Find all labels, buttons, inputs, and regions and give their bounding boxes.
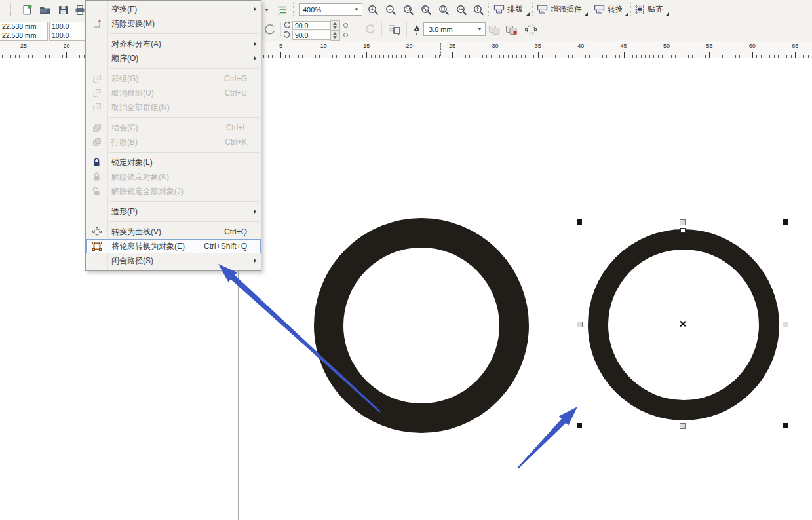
zoom-to-page-icon[interactable] <box>437 3 450 16</box>
toolbar-separator <box>381 22 382 37</box>
ruler-tick <box>19 55 20 58</box>
selection-handle-top-left[interactable] <box>577 219 582 225</box>
selection-handle-bottom-left[interactable] <box>577 423 582 428</box>
app-window: ▾ 400% ▼ <box>0 0 812 520</box>
ruler-tick <box>10 55 11 58</box>
selection-handle-middle-left[interactable] <box>577 322 583 327</box>
menu-item-lock-object[interactable]: 锁定对象(L) <box>86 155 261 170</box>
selection-handle-middle-right[interactable] <box>783 322 788 327</box>
ruler-tick <box>718 55 718 58</box>
rotation-angle-field-1[interactable]: 90.0 <box>292 21 334 30</box>
zoom-level-value: 400% <box>303 6 321 14</box>
layout-flyout-arrow[interactable] <box>526 12 530 16</box>
selection-handle-bottom-right[interactable] <box>783 423 788 428</box>
selection-handle-top-right[interactable] <box>783 219 788 225</box>
ruler-tick <box>45 55 46 58</box>
outline-width-combo[interactable]: 3.0 mm ▼ <box>423 22 486 36</box>
menu-item-clear-transformations[interactable]: 清除变换(M) <box>86 16 261 31</box>
new-document-icon[interactable] <box>20 3 33 16</box>
menu-item-label: 取消群组(U) <box>107 88 154 99</box>
ruler-tick <box>645 55 646 58</box>
convert-flyout-arrow[interactable] <box>625 12 628 16</box>
menu-separator <box>86 115 261 121</box>
menu-item-shaping[interactable]: 造形(P) <box>86 204 261 219</box>
menu-item-transform[interactable]: 变换(F) <box>86 2 261 16</box>
zoom-to-page-height-icon[interactable] <box>472 3 485 16</box>
ruler-tick <box>289 55 290 58</box>
selection-center-mark[interactable] <box>679 320 686 327</box>
rotation-spinner-2[interactable] <box>330 30 340 41</box>
ruler-tick <box>649 55 650 58</box>
zoom-in-icon[interactable] <box>366 3 379 16</box>
object-size-x-field[interactable]: 22.538 mm <box>0 22 48 31</box>
selection-handle-bottom-middle[interactable] <box>680 423 686 429</box>
menu-item-shortcut: Ctrl+K <box>225 138 261 147</box>
menu-item-align-distribute[interactable]: 对齐和分布(A) <box>86 37 261 51</box>
convert-button[interactable]: 转换 <box>594 2 623 16</box>
text-wrap-icon[interactable] <box>387 23 402 36</box>
ruler-tick <box>662 55 663 58</box>
rotate-cw-icon <box>282 30 291 39</box>
rotation-angle-field-2[interactable]: 90.0 <box>292 31 334 40</box>
ruler-tick <box>619 55 620 58</box>
ruler-tick <box>302 55 303 58</box>
ellipse-node[interactable] <box>680 228 686 233</box>
scale-x-field[interactable]: 100.0 <box>49 22 86 31</box>
ruler-tick <box>791 55 792 58</box>
plugins-button-label: 增强插件 <box>551 4 582 15</box>
outline-to-object-icon <box>86 242 107 251</box>
ruler-tick <box>564 55 564 58</box>
ruler-tick <box>533 55 534 58</box>
toolbar-separator <box>630 3 631 16</box>
duplicate-disabled-icon <box>488 24 502 37</box>
copy-properties-icon[interactable] <box>505 24 519 37</box>
ruler-tick <box>636 55 637 58</box>
zoom-to-all-objects-icon[interactable] <box>419 3 433 16</box>
ruler-label: 40 <box>577 43 584 49</box>
menu-item-close-path[interactable]: 闭合路径(S) <box>86 253 261 268</box>
ruler-tick <box>803 55 804 58</box>
view-options-icon[interactable] <box>276 3 289 16</box>
ruler-tick <box>516 55 517 58</box>
toolbar-separator <box>280 22 281 37</box>
layout-button[interactable]: 排版 <box>493 2 523 16</box>
snap-button[interactable]: 贴齐 <box>634 2 663 16</box>
rotation-spinner-1[interactable] <box>330 20 340 31</box>
menu-item-shortcut: Ctrl+U <box>225 88 261 98</box>
ruler-tick <box>598 55 598 58</box>
snap-flyout-arrow[interactable] <box>666 12 669 16</box>
ruler-tick <box>15 55 16 58</box>
ruler-tick <box>2 55 3 58</box>
menu-item-order[interactable]: 顺序(O) <box>86 51 261 65</box>
ruler-tick <box>37 55 37 58</box>
scale-y-field[interactable]: 100.0 <box>49 31 86 41</box>
ring-object-1[interactable] <box>314 218 529 433</box>
menu-item-label: 锁定对象(L) <box>107 157 153 168</box>
zoom-level-combo[interactable]: 400% ▼ <box>299 3 362 16</box>
save-icon[interactable] <box>56 3 69 16</box>
layout-button-label: 排版 <box>507 4 523 15</box>
open-document-icon[interactable] <box>38 3 51 16</box>
print-icon[interactable] <box>73 3 87 16</box>
menu-item-convert-outline-to-object[interactable]: 将轮廓转换为对象(E)Ctrl+Shift+Q <box>86 239 261 253</box>
ruler-tick <box>800 55 800 58</box>
ruler-tick <box>560 55 560 58</box>
menu-item-convert-to-curves[interactable]: 转换为曲线(V)Ctrl+Q <box>86 225 261 239</box>
convert-to-curves-toolbar-icon[interactable] <box>524 22 538 37</box>
ruler-tick <box>41 55 41 58</box>
zoom-to-selection-icon[interactable] <box>402 3 415 16</box>
toolbar-overflow-caret[interactable]: ▾ <box>263 3 271 16</box>
ruler-label: 25 <box>449 43 455 49</box>
selection-handle-top-middle[interactable] <box>680 219 686 225</box>
ruler-tick <box>469 55 470 58</box>
toolbar-drag-handle[interactable] <box>10 3 11 16</box>
plugins-button[interactable]: 增强插件 <box>537 2 582 16</box>
zoom-out-icon[interactable] <box>384 3 397 16</box>
plugins-flyout-arrow[interactable] <box>585 12 588 16</box>
ruler-tick <box>401 55 402 58</box>
menu-item-label: 转换为曲线(V) <box>107 227 161 238</box>
ungroup-all-icon <box>86 103 107 112</box>
object-size-y-field[interactable]: 22.538 mm <box>0 31 48 41</box>
ruler-tick <box>431 55 431 58</box>
zoom-to-page-width-icon[interactable] <box>455 3 468 16</box>
